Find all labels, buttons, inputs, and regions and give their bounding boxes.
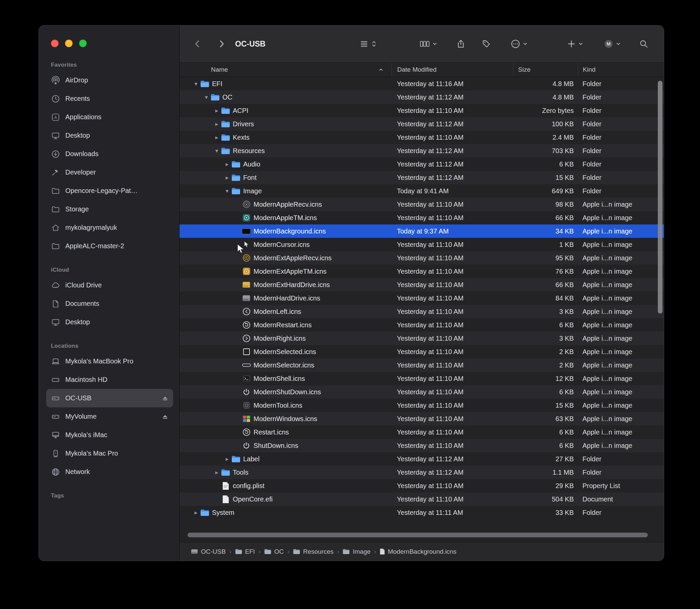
file-row-shutdown-icns[interactable]: ShutDown.icnsYesterday at 11:10 AM6 KBAp…	[179, 439, 664, 452]
file-list: ▾EFIYesterday at 11:16 AM4.8 MBFolder▾OC…	[179, 77, 664, 542]
file-row-modernapplerecv-icns[interactable]: ModernAppleRecv.icnsYesterday at 11:10 A…	[179, 198, 664, 211]
disclosure-triangle-closed[interactable]: ▸	[223, 456, 231, 462]
file-row-drivers[interactable]: ▸DriversYesterday at 11:12 AM100 KBFolde…	[179, 117, 664, 130]
file-row-modernshell-icns[interactable]: ModernShell.icnsYesterday at 11:10 AM12 …	[179, 372, 664, 385]
file-row-modernright-icns[interactable]: ModernRight.icnsYesterday at 11:10 AM3 K…	[179, 332, 664, 345]
desktop-icon	[51, 317, 60, 327]
file-row-opencore-efi[interactable]: OpenCore.efiYesterday at 11:10 AM504 KBD…	[179, 492, 664, 506]
path-item-efi[interactable]: EFI	[235, 548, 255, 555]
sidebar-item-documents[interactable]: Documents	[46, 294, 173, 313]
sidebar-item-airdrop[interactable]: AirDrop	[46, 71, 173, 89]
sidebar-item-developer[interactable]: Developer	[46, 163, 173, 181]
add-button[interactable]	[567, 39, 583, 49]
file-row-modernextharddrive-icns[interactable]: ModernExtHardDrive.icnsYesterday at 11:1…	[179, 278, 664, 292]
file-row-system[interactable]: ▸SystemYesterday at 11:11 AM33 KBFolder	[179, 506, 664, 519]
back-button[interactable]	[193, 39, 202, 49]
path-item-oc[interactable]: OC	[264, 548, 284, 555]
sidebar-item-storage[interactable]: Storage	[46, 200, 173, 219]
file-row-modernselected-icns[interactable]: ModernSelected.icnsYesterday at 11:10 AM…	[179, 345, 664, 359]
eject-icon[interactable]	[161, 412, 169, 421]
disclosure-triangle-closed[interactable]: ▸	[212, 135, 221, 140]
file-name: System	[212, 509, 234, 517]
file-row-modernselector-icns[interactable]: ModernSelector.icnsYesterday at 11:10 AM…	[179, 359, 664, 372]
sidebar-item-downloads[interactable]: Downloads	[46, 145, 173, 163]
sidebar-item-mykola-s-macbook-pro[interactable]: Mykola’s MacBook Pro	[46, 352, 173, 370]
eject-icon[interactable]	[161, 394, 169, 403]
view-mode-button[interactable]	[359, 39, 377, 48]
file-row-acpi[interactable]: ▸ACPIYesterday at 11:10 AMZero bytesFold…	[179, 104, 664, 117]
path-item-modernbackground-icns[interactable]: ModernBackground.icns	[380, 548, 456, 555]
file-row-moderntool-icns[interactable]: ModernTool.icnsYesterday at 11:10 AM15 K…	[179, 399, 664, 412]
folder-icon	[231, 187, 241, 196]
file-row-oc[interactable]: ▾OCYesterday at 11:12 AM4.8 MBFolder	[179, 90, 664, 104]
zoom-button[interactable]	[79, 39, 87, 47]
group-button[interactable]	[419, 39, 437, 48]
disclosure-triangle-closed[interactable]: ▸	[223, 175, 231, 180]
column-header-date-modified[interactable]: Date Modified	[391, 63, 513, 77]
file-row-tools[interactable]: ▸ToolsYesterday at 11:12 AM1.1 MBFolder	[179, 466, 664, 479]
folder-gray-icon	[343, 549, 350, 554]
file-row-font[interactable]: ▸FontYesterday at 11:12 AM15 KBFolder	[179, 171, 664, 184]
sidebar-item-applications[interactable]: AApplications	[46, 108, 173, 126]
file-row-modernextappletm-icns[interactable]: ModernExtAppleTM.icnsYesterday at 11:10 …	[179, 265, 664, 278]
vertical-scrollbar[interactable]	[658, 81, 663, 314]
disclosure-triangle-open[interactable]: ▾	[202, 94, 211, 100]
file-row-restart-icns[interactable]: Restart.icnsYesterday at 11:10 AM6 KBApp…	[179, 425, 664, 439]
file-row-modernrestart-icns[interactable]: ModernRestart.icnsYesterday at 11:10 AM6…	[179, 318, 664, 332]
file-row-audio[interactable]: ▸AudioYesterday at 11:12 AM6 KBFolder	[179, 157, 664, 171]
file-row-modernextapplerecv-icns[interactable]: ModernExtAppleRecv.icnsYesterday at 11:1…	[179, 251, 664, 265]
file-row-config-plist[interactable]: config.plistYesterday at 11:10 AM29 KBPr…	[179, 479, 664, 492]
sidebar-item-mykola-s-mac-pro[interactable]: Mykola’s Mac Pro	[46, 444, 173, 463]
disclosure-triangle-open[interactable]: ▾	[223, 188, 231, 194]
sidebar-item-myvolume[interactable]: MyVolume	[46, 407, 173, 426]
minimize-button[interactable]	[65, 39, 73, 47]
file-row-modernleft-icns[interactable]: ModernLeft.icnsYesterday at 11:10 AM3 KB…	[179, 305, 664, 318]
sidebar-item-recents[interactable]: Recents	[46, 89, 173, 108]
column-header-name[interactable]: Name	[179, 63, 391, 77]
file-row-efi[interactable]: ▾EFIYesterday at 11:16 AM4.8 MBFolder	[179, 77, 664, 90]
disclosure-triangle-closed[interactable]: ▸	[223, 161, 231, 167]
file-row-modernappletm-icns[interactable]: ModernAppleTM.icnsYesterday at 11:10 AM6…	[179, 211, 664, 224]
path-item-oc-usb[interactable]: OC-USB	[191, 548, 226, 555]
horizontal-scrollbar[interactable]	[188, 533, 648, 537]
sidebar-item-desktop[interactable]: Desktop	[46, 126, 173, 145]
close-button[interactable]	[51, 39, 58, 47]
share-button[interactable]	[456, 39, 466, 49]
search-button[interactable]	[639, 39, 648, 49]
sidebar-item-mykola-s-imac[interactable]: Mykola’s iMac	[46, 426, 173, 444]
file-row-label[interactable]: ▸LabelYesterday at 11:12 AM27 KBFolder	[179, 452, 664, 466]
path-item-image[interactable]: Image	[343, 548, 370, 555]
file-row-modernwindows-icns[interactable]: ModernWindows.icnsYesterday at 11:10 AM6…	[179, 412, 664, 425]
disclosure-triangle-closed[interactable]: ▸	[192, 510, 200, 516]
disclosure-triangle-closed[interactable]: ▸	[212, 108, 221, 114]
file-row-modernharddrive-icns[interactable]: ModernHardDrive.icnsYesterday at 11:10 A…	[179, 292, 664, 305]
sidebar-item-icloud-drive[interactable]: iCloud Drive	[46, 276, 173, 294]
disclosure-triangle-open[interactable]: ▾	[212, 148, 221, 154]
file-row-moderncursor-icns[interactable]: ModernCursor.icnsYesterday at 11:10 AM1 …	[179, 238, 664, 251]
file-row-resources[interactable]: ▾ResourcesYesterday at 11:12 AM703 KBFol…	[179, 144, 664, 157]
sidebar-item-opencore-legacy-pat[interactable]: Opencore-Legacy-Pat…	[46, 181, 173, 200]
path-item-resources[interactable]: Resources	[293, 548, 334, 555]
sidebar-item-applealc-master-2[interactable]: AppleALC-master-2	[46, 237, 173, 255]
tags-button[interactable]	[482, 39, 491, 49]
forward-button[interactable]	[217, 39, 226, 49]
sidebar-item-desktop[interactable]: Desktop	[46, 313, 173, 331]
sidebar-item-oc-usb[interactable]: OC-USB	[46, 389, 173, 407]
file-row-modernbackground-icns[interactable]: ModernBackground.icnsToday at 9:37 AM34 …	[179, 224, 664, 238]
more-options-button[interactable]	[510, 39, 527, 49]
file-row-modernshutdown-icns[interactable]: ModernShutDown.icnsYesterday at 11:10 AM…	[179, 385, 664, 399]
doc-o-icon	[51, 299, 60, 309]
path-bar: OC-USB›EFI›OC›Resources›Image›ModernBack…	[179, 542, 664, 561]
disclosure-triangle-closed[interactable]: ▸	[212, 121, 221, 127]
sidebar-item-mykolagrymalyuk[interactable]: mykolagrymalyuk	[46, 219, 173, 237]
account-button[interactable]: M	[603, 39, 620, 49]
file-row-kexts[interactable]: ▸KextsYesterday at 11:10 AM2.4 MBFolder	[179, 130, 664, 144]
sidebar-item-macintosh-hd[interactable]: Macintosh HD	[46, 370, 173, 389]
file-row-image[interactable]: ▾ImageToday at 9:41 AM649 KBFolder	[179, 184, 664, 198]
disclosure-triangle-open[interactable]: ▾	[192, 81, 200, 87]
file-name: Font	[243, 174, 257, 181]
column-header-kind[interactable]: Kind	[578, 63, 664, 77]
column-header-size[interactable]: Size	[513, 63, 578, 77]
disclosure-triangle-closed[interactable]: ▸	[212, 470, 221, 475]
sidebar-item-network[interactable]: Network	[46, 463, 173, 481]
